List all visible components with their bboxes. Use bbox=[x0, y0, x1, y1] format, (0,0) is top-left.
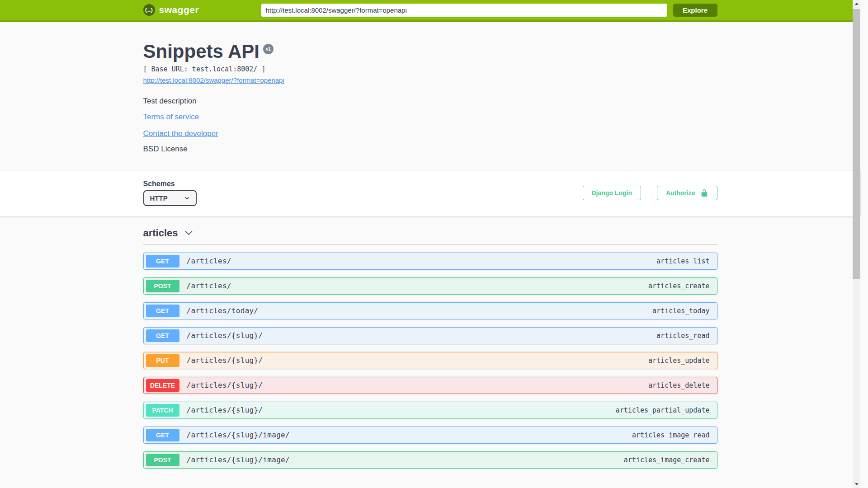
endpoint-path: /articles/ bbox=[187, 282, 231, 290]
operations-list: articles GET /articles/ articles_list PO… bbox=[143, 216, 717, 488]
version-badge: v1 bbox=[263, 44, 274, 54]
endpoint-row[interactable]: GET /articles/{slug}/image/ articles_ima… bbox=[143, 427, 717, 444]
auth-wrapper: Django Login Authorize bbox=[583, 184, 717, 202]
endpoint-path: /articles/{slug}/ bbox=[187, 331, 263, 340]
endpoint-row[interactable]: PUT /articles/{slug}/ articles_update bbox=[143, 352, 717, 369]
terms-of-service-link[interactable]: Terms of service bbox=[143, 112, 199, 122]
endpoint-path: /articles/{slug}/ bbox=[187, 406, 263, 414]
license-text: BSD License bbox=[143, 145, 717, 154]
page-title: Snippets API v1 bbox=[143, 41, 717, 62]
http-method-badge: PATCH bbox=[146, 404, 179, 417]
endpoint-path: /articles/ bbox=[187, 257, 231, 265]
unlocked-padlock-icon bbox=[700, 189, 708, 197]
scrollbar-down-button[interactable] bbox=[853, 480, 860, 488]
http-method-badge: POST bbox=[146, 454, 179, 466]
swagger-logo-icon: {…} bbox=[143, 4, 155, 16]
scroll-up-arrow-icon bbox=[855, 3, 859, 5]
schemes-select[interactable]: HTTP bbox=[143, 190, 197, 206]
endpoint-row[interactable]: GET /articles/{slug}/ articles_read bbox=[143, 327, 717, 344]
http-method-badge: PUT bbox=[146, 354, 179, 367]
scrollbar-thumb[interactable] bbox=[853, 9, 860, 279]
operation-id: articles_read bbox=[656, 332, 714, 340]
tag-section-header[interactable]: snippets bbox=[143, 476, 717, 488]
contact-developer-link[interactable]: Contact the developer bbox=[143, 128, 218, 139]
http-method-badge: GET bbox=[146, 429, 179, 441]
api-info-section: Snippets API v1 [ Base URL: test.local:8… bbox=[0, 22, 860, 171]
scrollbar-up-button[interactable] bbox=[853, 0, 860, 8]
endpoint-path: /articles/{slug}/ bbox=[187, 381, 263, 389]
operation-id: articles_partial_update bbox=[616, 406, 715, 414]
api-tag-section: articles GET /articles/ articles_list PO… bbox=[143, 216, 717, 469]
tag-name: articles bbox=[143, 227, 178, 239]
endpoint-path: /articles/{slug}/image/ bbox=[187, 431, 290, 439]
scheme-container: Schemes HTTP Django Login Authorize bbox=[0, 171, 860, 216]
http-method-badge: GET bbox=[146, 305, 179, 317]
endpoint-row[interactable]: POST /articles/{slug}/image/ articles_im… bbox=[143, 451, 717, 469]
authorize-label: Authorize bbox=[666, 189, 695, 197]
http-method-badge: GET bbox=[146, 255, 179, 267]
django-login-button[interactable]: Django Login bbox=[583, 186, 641, 200]
spec-link[interactable]: http://test.local:8002/swagger/?format=o… bbox=[143, 76, 284, 84]
swagger-ui-page: {…} swagger Explore Snippets API v1 [ Ba… bbox=[0, 0, 860, 488]
endpoint-row[interactable]: GET /articles/ articles_list bbox=[143, 253, 717, 270]
authorize-button[interactable]: Authorize bbox=[657, 186, 717, 200]
schemes-group: Schemes HTTP bbox=[143, 180, 197, 206]
endpoint-row[interactable]: POST /articles/ articles_create bbox=[143, 277, 717, 295]
swagger-logo: {…} swagger bbox=[143, 4, 199, 16]
spec-url-form: Explore bbox=[261, 4, 717, 17]
chevron-down-icon bbox=[184, 195, 190, 201]
endpoint-path: /articles/{slug}/ bbox=[187, 356, 263, 365]
schemes-label: Schemes bbox=[143, 180, 197, 188]
operation-id: articles_delete bbox=[648, 381, 714, 389]
vertical-scrollbar[interactable] bbox=[853, 0, 860, 488]
topbar: {…} swagger Explore bbox=[0, 0, 860, 22]
operation-id: articles_create bbox=[648, 282, 714, 290]
operation-id: articles_list bbox=[656, 257, 714, 265]
operation-id: articles_today bbox=[652, 307, 714, 315]
chevron-down-icon bbox=[184, 228, 193, 238]
scroll-down-arrow-icon bbox=[855, 483, 859, 485]
spec-url-input[interactable] bbox=[261, 4, 667, 17]
operation-id: articles_image_create bbox=[624, 456, 715, 464]
endpoint-row[interactable]: PATCH /articles/{slug}/ articles_partial… bbox=[143, 402, 717, 419]
endpoint-row[interactable]: DELETE /articles/{slug}/ articles_delete bbox=[143, 377, 717, 394]
endpoint-path: /articles/today/ bbox=[187, 306, 259, 315]
endpoint-path: /articles/{slug}/image/ bbox=[187, 455, 290, 464]
http-method-badge: GET bbox=[146, 329, 179, 342]
tag-section-header[interactable]: articles bbox=[143, 216, 717, 245]
base-url: [ Base URL: test.local:8002/ ] bbox=[143, 65, 717, 73]
http-method-badge: DELETE bbox=[146, 379, 179, 392]
operation-id: articles_image_read bbox=[632, 431, 715, 439]
api-description: Test description bbox=[143, 97, 717, 106]
operation-id: articles_update bbox=[648, 357, 714, 365]
schemes-selected-value: HTTP bbox=[150, 194, 168, 202]
explore-button[interactable]: Explore bbox=[673, 4, 717, 17]
http-method-badge: POST bbox=[146, 280, 179, 292]
api-tag-section: snippets GET /snippets/ snippets_list bbox=[143, 476, 717, 488]
swagger-logo-text: swagger bbox=[159, 5, 199, 15]
endpoint-row[interactable]: GET /articles/today/ articles_today bbox=[143, 302, 717, 319]
api-title-text: Snippets API bbox=[143, 41, 259, 62]
auth-divider bbox=[649, 184, 649, 202]
